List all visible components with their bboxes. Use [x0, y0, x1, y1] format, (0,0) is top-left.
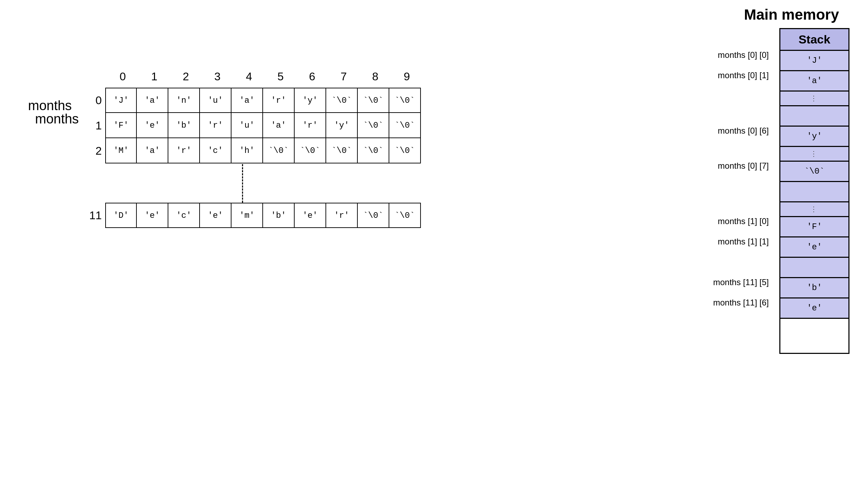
cell-2-5: `\0` — [263, 138, 295, 163]
cell-1-7: 'y' — [326, 113, 358, 138]
row-1-cells: 'F' 'e' 'b' 'r' 'u' 'a' 'r' 'y' `\0` `\0… — [105, 113, 421, 138]
cell-11-8: `\0` — [358, 203, 389, 228]
col-4: 4 — [233, 70, 265, 83]
cell-11-9: `\0` — [389, 203, 421, 228]
mem-label-11-6: months [1] [1] — [718, 231, 769, 252]
cell-0-8: `\0` — [358, 88, 389, 113]
cell-0-3: 'u' — [200, 88, 231, 113]
cell-11-0: 'D' — [105, 203, 137, 228]
array-section: months — [28, 63, 153, 65]
col-5: 5 — [265, 70, 296, 83]
cell-2-2: 'r' — [168, 138, 200, 163]
cell-1-8: `\0` — [358, 113, 389, 138]
cell-2-4: 'h' — [231, 138, 263, 163]
cell-11-7: 'r' — [326, 203, 358, 228]
cell-0-9: `\0` — [389, 88, 421, 113]
row-2-label: 2 — [35, 145, 105, 157]
cell-2-0: 'M' — [105, 138, 137, 163]
cell-11-1: 'e' — [137, 203, 168, 228]
mem-label-11-5: months [1] [0] — [718, 211, 769, 231]
stack-cell-0: 'J' — [779, 51, 849, 71]
row-1-label: 1 — [35, 119, 105, 132]
cell-1-3: 'r' — [200, 113, 231, 138]
stack-cell-8 — [779, 258, 849, 278]
cell-2-9: `\0` — [389, 138, 421, 163]
col-7: 7 — [328, 70, 360, 83]
cell-1-1: 'e' — [137, 113, 168, 138]
cell-1-4: 'u' — [231, 113, 263, 138]
row-0-cells: 'J' 'a' 'n' 'u' 'a' 'r' 'y' `\0` `\0` `\… — [105, 88, 421, 113]
mem-label-0-7: months [0] [6] — [718, 121, 769, 141]
row-2: 2 'M' 'a' 'r' 'c' 'h' `\0` `\0` `\0` `\0… — [35, 138, 421, 163]
stack-dots-3: ⋮ — [779, 202, 849, 217]
row-11: 11 'D' 'e' 'c' 'e' 'm' 'b' 'e' 'r' `\0` … — [35, 203, 421, 228]
stack-dots-1: ⋮ — [779, 92, 849, 106]
dashed-gap-line — [242, 164, 243, 203]
stack-cell-7: 'e' — [779, 237, 849, 258]
cell-1-6: 'r' — [295, 113, 326, 138]
stack-cell-1: 'a' — [779, 71, 849, 92]
mem-label-11-9: months [11] [6] — [713, 293, 769, 313]
cell-11-4: 'm' — [231, 203, 263, 228]
cell-0-2: 'n' — [168, 88, 200, 113]
row-11-label: 11 — [35, 209, 105, 222]
cell-0-4: 'a' — [231, 88, 263, 113]
mem-label-0-1: months [0] [1] — [718, 65, 769, 86]
cell-2-7: `\0` — [326, 138, 358, 163]
cell-0-7: `\0` — [326, 88, 358, 113]
cell-0-1: 'a' — [137, 88, 168, 113]
cell-0-0: 'J' — [105, 88, 137, 113]
cell-1-5: 'a' — [263, 113, 295, 138]
memory-labels-column: months [0] [0] months [0] [1] months [0]… — [713, 45, 769, 313]
stack-header: Stack — [779, 28, 849, 51]
cell-11-6: 'e' — [295, 203, 326, 228]
cell-2-8: `\0` — [358, 138, 389, 163]
col-1: 1 — [139, 70, 170, 83]
main-memory-title: Main memory — [744, 6, 839, 23]
mem-label-0-0: months [0] [0] — [718, 45, 769, 65]
cell-11-5: 'b' — [263, 203, 295, 228]
stack-cell-3: 'y' — [779, 127, 849, 147]
row-0-label: 0 — [35, 94, 105, 107]
row-1: 1 'F' 'e' 'b' 'r' 'u' 'a' 'r' 'y' `\0` `… — [35, 113, 421, 138]
col-0: 0 — [107, 70, 139, 83]
cell-0-5: 'r' — [263, 88, 295, 113]
stack-dots-2: ⋮ — [779, 147, 849, 162]
stack-cell-empty — [779, 319, 849, 354]
cell-0-6: 'y' — [295, 88, 326, 113]
stack-cell-4: `\0` — [779, 162, 849, 182]
stack-cell-6: 'F' — [779, 217, 849, 237]
stack-cell-5 — [779, 182, 849, 202]
cell-1-2: 'b' — [168, 113, 200, 138]
cell-11-3: 'e' — [200, 203, 231, 228]
cell-2-6: `\0` — [295, 138, 326, 163]
cell-1-9: `\0` — [389, 113, 421, 138]
col-3: 3 — [202, 70, 233, 83]
cell-2-1: 'a' — [137, 138, 168, 163]
cell-11-2: 'c' — [168, 203, 200, 228]
col-9: 9 — [391, 70, 423, 83]
stack-cell-10: 'e' — [779, 298, 849, 319]
cell-1-0: 'F' — [105, 113, 137, 138]
stack-cell-2 — [779, 106, 849, 127]
stack-container: Stack 'J' 'a' ⋮ 'y' ⋮ `\0` ⋮ 'F' 'e' 'b'… — [779, 28, 849, 354]
mem-label-1-0: months [0] [7] — [718, 156, 769, 176]
cell-2-3: 'c' — [200, 138, 231, 163]
stack-cell-9: 'b' — [779, 278, 849, 298]
row-11-cells: 'D' 'e' 'c' 'e' 'm' 'b' 'e' 'r' `\0` `\0… — [105, 203, 421, 228]
row-0: 0 'J' 'a' 'n' 'u' 'a' 'r' 'y' `\0` `\0` … — [35, 88, 421, 113]
mem-label-11-8: months [11] [5] — [713, 272, 769, 293]
col-8: 8 — [360, 70, 391, 83]
col-6: 6 — [296, 70, 328, 83]
row-2-cells: 'M' 'a' 'r' 'c' 'h' `\0` `\0` `\0` `\0` … — [105, 138, 421, 163]
col-header-row: 0 1 2 3 4 5 6 7 8 9 — [107, 70, 423, 83]
col-2: 2 — [170, 70, 202, 83]
